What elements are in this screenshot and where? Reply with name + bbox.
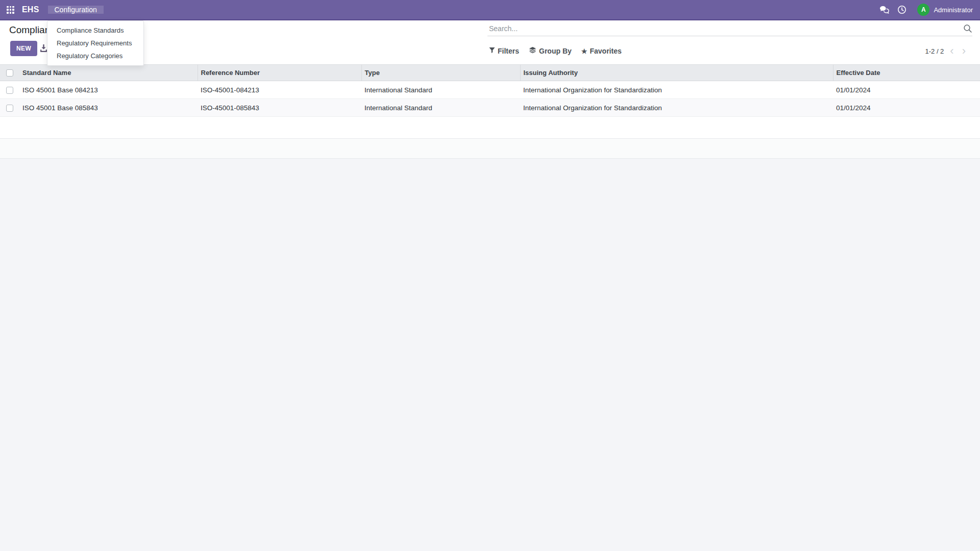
user-avatar[interactable]: A xyxy=(917,4,929,16)
table-row[interactable]: ISO 45001 Base 085843 ISO-45001-085843 I… xyxy=(0,99,980,117)
app-name[interactable]: EHS xyxy=(22,5,39,14)
menu-configuration-label: Configuration xyxy=(55,6,97,14)
compliance-standards-table: Standard Name Reference Number Type Issu… xyxy=(0,64,980,117)
select-all-cell xyxy=(0,65,19,81)
row-checkbox[interactable] xyxy=(6,105,13,112)
cell-issuing-authority: International Organization for Standardi… xyxy=(520,99,833,117)
row-checkbox[interactable] xyxy=(6,87,13,94)
favorites-button[interactable]: ★ Favorites xyxy=(581,47,622,55)
cell-standard-name: ISO 45001 Base 084213 xyxy=(19,81,198,99)
filter-icon xyxy=(489,47,495,55)
configuration-dropdown-menu: Compliance Standards Regulatory Requirem… xyxy=(47,20,144,66)
cell-type: International Standard xyxy=(361,81,520,99)
group-by-button[interactable]: Group By xyxy=(529,46,572,56)
column-issuing-authority[interactable]: Issuing Authority xyxy=(520,65,833,81)
filters-button[interactable]: Filters xyxy=(489,47,519,55)
pager: 1-2 / 2 ‹ › xyxy=(925,43,968,59)
table-footer-band xyxy=(0,138,980,159)
cell-issuing-authority: International Organization for Standardi… xyxy=(520,81,833,99)
cell-reference-number: ISO-45001-085843 xyxy=(198,99,361,117)
menu-configuration[interactable]: Configuration xyxy=(48,6,104,14)
group-by-label: Group By xyxy=(539,47,572,55)
row-select-cell xyxy=(0,99,19,117)
column-effective-date[interactable]: Effective Date xyxy=(833,65,980,81)
table-empty-area xyxy=(0,117,980,138)
control-panel: Compliance Standards NEW Filte xyxy=(0,20,980,64)
cell-effective-date: 01/01/2024 xyxy=(833,81,980,99)
cell-reference-number: ISO-45001-084213 xyxy=(198,81,361,99)
filter-bar: Filters Group By ★ Favorites xyxy=(489,43,622,59)
menu-item-compliance-standards[interactable]: Compliance Standards xyxy=(47,24,143,37)
messages-icon[interactable] xyxy=(879,5,890,15)
column-reference-number[interactable]: Reference Number xyxy=(198,65,361,81)
column-type[interactable]: Type xyxy=(361,65,520,81)
activities-clock-icon[interactable] xyxy=(897,5,907,15)
avatar-initial: A xyxy=(921,6,926,13)
navbar-right: A Administrator xyxy=(879,0,980,19)
table-header-row: Standard Name Reference Number Type Issu… xyxy=(0,65,980,81)
filters-label: Filters xyxy=(498,47,519,55)
cell-type: International Standard xyxy=(361,99,520,117)
top-navbar: EHS Configuration A Administrator xyxy=(0,0,980,20)
column-standard-name[interactable]: Standard Name xyxy=(19,65,198,81)
favorites-star-icon: ★ xyxy=(581,48,587,55)
apps-grid-icon[interactable] xyxy=(7,6,14,14)
pager-range: 1-2 / 2 xyxy=(925,47,944,55)
cell-effective-date: 01/01/2024 xyxy=(833,99,980,117)
search-icon[interactable] xyxy=(963,24,972,33)
user-name[interactable]: Administrator xyxy=(934,6,973,14)
pager-previous-icon[interactable]: ‹ xyxy=(948,46,955,56)
search-bar xyxy=(487,23,972,36)
menu-item-regulatory-requirements[interactable]: Regulatory Requirements xyxy=(47,37,143,49)
new-button[interactable]: NEW xyxy=(10,41,37,56)
favorites-label: Favorites xyxy=(590,47,621,55)
navbar-left: EHS Configuration xyxy=(0,0,104,19)
pager-next-icon[interactable]: › xyxy=(960,46,968,56)
table-row[interactable]: ISO 45001 Base 084213 ISO-45001-084213 I… xyxy=(0,81,980,99)
row-select-cell xyxy=(0,81,19,99)
select-all-checkbox[interactable] xyxy=(6,69,13,77)
menu-item-regulatory-categories[interactable]: Regulatory Categories xyxy=(47,49,143,62)
cell-standard-name: ISO 45001 Base 085843 xyxy=(19,99,198,117)
search-input[interactable] xyxy=(487,23,963,34)
group-by-icon xyxy=(529,46,536,56)
